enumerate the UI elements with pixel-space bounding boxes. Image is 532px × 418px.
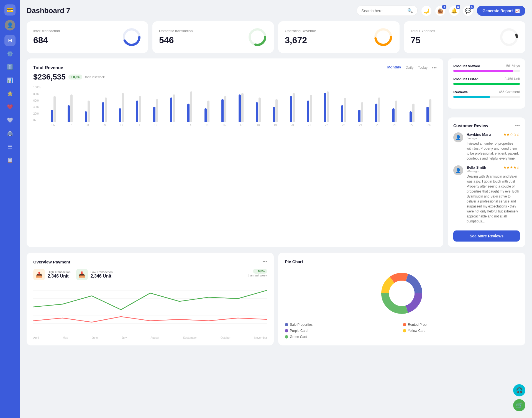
see-more-reviews-button[interactable]: See More Reviews <box>453 230 520 242</box>
pie-content: Sale Properties Rented Prop Purple Card … <box>285 268 519 339</box>
legend-green-card: Green Card <box>285 335 401 339</box>
payment-more-icon[interactable]: ••• <box>262 259 267 264</box>
bar-group <box>182 89 198 122</box>
green-card-dot <box>285 335 288 338</box>
blue-bar <box>51 110 53 122</box>
star-icon: ⭐ <box>7 91 13 97</box>
bar-x-label: 27 <box>404 124 420 127</box>
bar-x-label: 25 <box>370 124 385 127</box>
info-icon: ℹ️ <box>7 64 13 70</box>
blue-bar <box>204 108 207 122</box>
grey-bar <box>88 101 90 122</box>
tab-today[interactable]: Today <box>418 65 428 70</box>
sidebar-item-favorites[interactable]: ⭐ <box>4 88 16 99</box>
bell-btn[interactable]: 🔔 12 <box>449 6 459 16</box>
tab-monthly[interactable]: Monthly <box>387 65 401 70</box>
bar-x-label: 08 <box>80 124 95 127</box>
bar-pair <box>85 89 90 122</box>
moon-icon: 🌙 <box>423 8 429 14</box>
bell-badge: 12 <box>456 5 460 9</box>
user-avatar[interactable]: 👤 <box>5 20 15 30</box>
wishlist-icon: 🤍 <box>7 117 13 123</box>
inter-transaction-donut <box>122 27 141 47</box>
review-avatar: 👤 <box>453 165 463 175</box>
bar-chart <box>45 86 437 122</box>
bar-pair <box>426 89 431 122</box>
sidebar-item-dashboard[interactable]: ⊞ <box>4 35 16 46</box>
sidebar-item-print[interactable]: 🖨️ <box>4 128 16 139</box>
bar-group <box>319 89 334 122</box>
bar-x-label: 22 <box>319 124 334 127</box>
bar-pair <box>221 89 226 122</box>
bar-pair <box>187 89 192 122</box>
stats-panel: Product Viewed 561/days Product Listed 3… <box>448 58 525 109</box>
sidebar-item-likes[interactable]: ❤️ <box>4 101 16 112</box>
line-chart: April May June July August September Oct… <box>33 285 267 335</box>
progress-bar-wrap <box>453 70 520 72</box>
stat-card-total-expenses: Total Expenses 75 <box>404 21 525 53</box>
bar-pair <box>410 89 415 122</box>
header-actions: 🔍 🌙 👜 2 🔔 12 💬 5 Generate Report 📈 <box>357 6 525 16</box>
grey-bar <box>122 93 124 122</box>
revenue-card: Total Revenue Monthly Daily Today ••• $2… <box>27 58 443 247</box>
sidebar-logo[interactable]: 💳 <box>4 4 16 16</box>
sidebar-item-wishlist[interactable]: 🤍 <box>4 115 16 126</box>
stat-panel-value: 3,456 Unit <box>505 77 520 81</box>
bar-pair <box>204 89 209 122</box>
sidebar-item-settings[interactable]: ⚙️ <box>4 48 16 59</box>
review-more-icon[interactable]: ••• <box>515 123 520 128</box>
cart-float-btn[interactable]: 🛒 <box>513 399 525 411</box>
bar-x-labels: 0607080910111213141516171819202122232425… <box>45 124 437 127</box>
pie-title: Pie Chart <box>285 259 519 264</box>
sidebar-item-info[interactable]: ℹ️ <box>4 61 16 73</box>
review-section: Customer Review ••• 👤 Hawkins Maru ★★☆☆☆… <box>448 117 525 247</box>
bar-pair <box>68 89 73 122</box>
sidebar-item-reports[interactable]: 📋 <box>4 155 16 166</box>
y-axis: 0k 200k 400k 600k 800k 1000k <box>33 86 41 122</box>
bar-pair <box>375 89 380 122</box>
blue-bar <box>307 101 309 122</box>
theme-toggle-btn[interactable]: 🌙 <box>421 6 431 16</box>
blue-bar <box>153 107 155 122</box>
payment-growth-sub: than last week <box>248 274 267 277</box>
low-transaction-icon: 📥 <box>76 269 88 280</box>
revenue-more-icon[interactable]: ••• <box>432 65 437 70</box>
bar-x-label: 13 <box>165 124 181 127</box>
domestic-transaction-value: 546 <box>159 35 193 45</box>
bar-group <box>250 89 266 122</box>
legend-rented-prop: Rented Prop <box>403 323 519 327</box>
charts-area: Total Revenue Monthly Daily Today ••• $2… <box>27 58 525 247</box>
search-icon: 🔍 <box>407 8 413 13</box>
inter-transaction-value: 684 <box>33 35 60 45</box>
wallet-btn[interactable]: 👜 2 <box>435 6 445 16</box>
tab-daily[interactable]: Daily <box>406 65 414 70</box>
sidebar-item-analytics[interactable]: 📊 <box>4 75 16 86</box>
reports-icon: 📋 <box>7 157 13 163</box>
bar-pair <box>307 89 312 122</box>
stat-card-inter-transaction: Inter. transaction 684 <box>27 21 148 53</box>
bar-group <box>233 89 249 122</box>
total-expenses-donut <box>499 27 519 47</box>
search-box[interactable]: 🔍 <box>357 6 418 16</box>
main-content: Dashboard 7 🔍 🌙 👜 2 🔔 12 💬 5 Gen <box>20 0 532 418</box>
bar-x-label: 10 <box>114 124 129 127</box>
sale-properties-dot <box>285 323 288 326</box>
sidebar-item-menu[interactable]: ☰ <box>4 141 16 152</box>
chart-icon: 📈 <box>515 9 520 13</box>
high-transaction-icon: 📤 <box>33 269 45 280</box>
bar-group <box>45 89 61 122</box>
review-time: 5m ago <box>467 137 520 140</box>
blue-bar <box>392 108 395 122</box>
generate-report-button[interactable]: Generate Report 📈 <box>477 6 525 16</box>
domestic-transaction-label: Domestic transaction <box>159 29 193 33</box>
bar-pair <box>153 89 158 122</box>
blue-bar <box>187 104 190 122</box>
stat-panel-label: Reviews <box>453 90 468 94</box>
legend-yellow-card: Yellow Card <box>403 329 519 333</box>
review-content: Hawkins Maru ★★☆☆☆ 5m ago I viewed a num… <box>467 132 520 161</box>
bar-group <box>131 89 146 122</box>
grey-bar <box>412 104 415 122</box>
support-float-btn[interactable]: 🎧 <box>513 384 525 396</box>
search-input[interactable] <box>361 9 405 13</box>
chat-btn[interactable]: 💬 5 <box>463 6 473 16</box>
